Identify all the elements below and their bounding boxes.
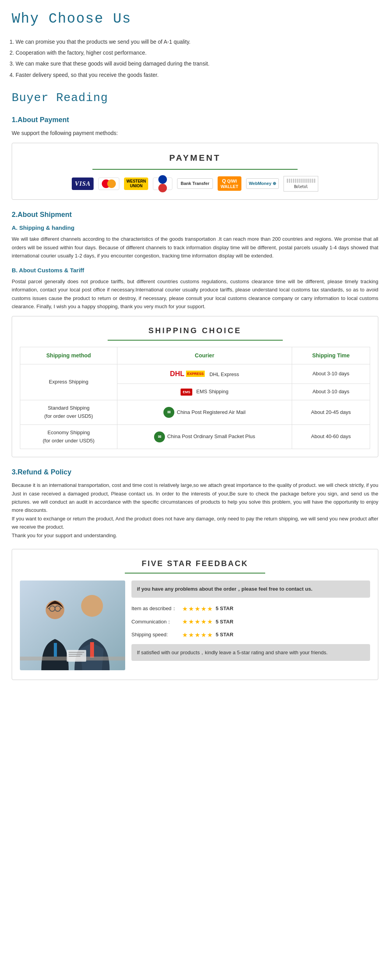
shipping-handling-text: We will take different channels accordin…	[12, 235, 378, 260]
rating-row-2: Communication： ★ ★ ★ ★ ★ 5 STAR	[131, 617, 370, 627]
star: ★	[188, 630, 194, 640]
visa-logo: VISA	[72, 178, 94, 190]
star: ★	[201, 630, 206, 640]
bubble-top-text: if you have any problems about the order…	[137, 586, 312, 592]
star: ★	[188, 617, 194, 627]
payment-box-title: PAYMENT	[24, 151, 366, 165]
buyer-reading-title: Buyer Reading	[12, 89, 378, 107]
stars-1: ★ ★ ★ ★ ★	[182, 604, 213, 614]
feedback-divider	[125, 573, 265, 573]
boletol-logo: |||||||||||||||Boletol	[284, 176, 318, 192]
star-label-2: 5 STAR	[216, 618, 233, 626]
star: ★	[201, 604, 206, 614]
shipping-divider	[108, 340, 283, 341]
reason-4: Faster delivery speed, so that you recei…	[16, 71, 378, 79]
shipping-table: Shipping method Courier Shipping Time Ex…	[20, 347, 370, 449]
table-row: Express Shipping DHL EXPRESS DHL Express…	[20, 364, 370, 383]
feedback-bubble-top: if you have any problems about the order…	[131, 581, 370, 598]
payment-intro: We support the following payment methods…	[12, 129, 378, 137]
stars-2: ★ ★ ★ ★ ★	[182, 617, 213, 627]
col-header-courier: Courier	[117, 347, 292, 364]
feedback-box-title: FIVE STAR FEEDBACK	[20, 557, 370, 570]
customs-text: Postal parcel generally does not produce…	[12, 277, 378, 311]
bank-transfer-logo: Bank Transfer	[177, 178, 213, 189]
express-shipping-label: Express Shipping	[20, 364, 117, 400]
refund-section: 3.Refund & Policy Because it is an inter…	[12, 467, 378, 540]
star-label-1: 5 STAR	[216, 605, 233, 613]
feedback-content: if you have any problems about the order…	[20, 581, 370, 670]
bubble-bottom-text: If satisfied with our products，kindly le…	[137, 650, 328, 655]
rating-label-3: Shipping speed:	[131, 631, 182, 639]
star: ★	[188, 604, 194, 614]
star: ★	[207, 604, 213, 614]
star: ★	[201, 617, 206, 627]
star: ★	[207, 630, 213, 640]
reasons-list: We can promise you that the products we …	[12, 37, 378, 80]
rating-row-3: Shipping speed: ★ ★ ★ ★ ★ 5 STAR	[131, 630, 370, 640]
star: ★	[182, 617, 188, 627]
western-union-logo: WESTERNUNION	[124, 178, 148, 190]
economy-shipping-label: Economy Shipping(for order under USD5)	[20, 424, 117, 449]
svg-rect-14	[69, 656, 80, 657]
ems-courier-cell: EMS EMS Shipping	[117, 383, 292, 400]
payment-section: 1.About Payment We support the following…	[12, 114, 378, 199]
feedback-image	[20, 581, 125, 670]
star: ★	[182, 630, 188, 640]
dhl-time: About 3-10 days	[292, 364, 370, 383]
reason-1: We can promise you that the products we …	[16, 37, 378, 46]
star: ★	[207, 617, 213, 627]
svg-point-1	[81, 595, 103, 617]
shipment-section: 2.About Shipment A. Shipping & handing W…	[12, 209, 378, 458]
col-header-method: Shipping method	[20, 347, 117, 364]
table-row: Economy Shipping(for order under USD5) ✉…	[20, 424, 370, 449]
payment-divider	[92, 169, 298, 170]
refund-text: Because it is an international transport…	[12, 481, 378, 540]
qiwi-logo: Q QIWIWALLET	[218, 176, 241, 191]
table-row: Standard Shipping(for order over USD5) ✉…	[20, 400, 370, 425]
economy-time: About 40-60 days	[292, 424, 370, 449]
feedback-box: FIVE STAR FEEDBACK	[12, 549, 378, 680]
rating-label-2: Communication：	[131, 618, 182, 626]
rating-label-1: Item as described：	[131, 605, 182, 613]
main-title: Why Choose Us	[12, 8, 378, 30]
svg-rect-13	[69, 654, 82, 655]
stars-3: ★ ★ ★ ★ ★	[182, 630, 213, 640]
ems-time: About 3-10 days	[292, 383, 370, 400]
china-post-ordinary-cell: ✉ China Post Ordinary Small Packet Plus	[117, 424, 292, 449]
shipping-box: SHIPPING CHOICE Shipping method Courier …	[12, 316, 378, 457]
mastercard-logo	[98, 178, 119, 190]
rating-row-1: Item as described： ★ ★ ★ ★ ★ 5 STAR	[131, 604, 370, 614]
shipment-subtitle: 2.About Shipment	[12, 209, 378, 220]
star: ★	[195, 630, 200, 640]
star: ★	[195, 604, 200, 614]
feedback-bubble-bottom: If satisfied with our products，kindly le…	[131, 644, 370, 661]
col-header-time: Shipping Time	[292, 347, 370, 364]
webmoney-logo: WebMoney ⊕	[246, 178, 279, 189]
star: ★	[195, 617, 200, 627]
svg-rect-9	[54, 643, 57, 657]
shipping-handling-heading: A. Shipping & handing	[12, 223, 378, 233]
feedback-right: if you have any problems about the order…	[131, 581, 370, 661]
star: ★	[182, 604, 188, 614]
customs-heading: B. About Customs & Tariff	[12, 266, 378, 275]
payment-logos: VISA WESTERNUNION Bank Transfer	[24, 176, 366, 192]
dhl-courier-cell: DHL EXPRESS DHL Express	[117, 364, 292, 383]
china-post-registered-cell: ✉ China Post Registered Air Mail	[117, 400, 292, 425]
standard-shipping-label: Standard Shipping(for order over USD5)	[20, 400, 117, 425]
maestro-logo	[153, 178, 172, 190]
payment-box: PAYMENT VISA WESTERNUNION Ban	[12, 143, 378, 199]
reason-2: Cooperation with the factory, higher cos…	[16, 48, 378, 57]
reason-3: We can make sure that these goods will a…	[16, 59, 378, 68]
star-label-3: 5 STAR	[216, 631, 233, 639]
svg-rect-12	[69, 652, 84, 653]
svg-rect-2	[90, 642, 94, 658]
standard-time: About 20-45 days	[292, 400, 370, 425]
shipping-box-title: SHIPPING CHOICE	[20, 324, 370, 337]
refund-subtitle: 3.Refund & Policy	[12, 467, 378, 478]
payment-subtitle: 1.About Payment	[12, 114, 378, 126]
